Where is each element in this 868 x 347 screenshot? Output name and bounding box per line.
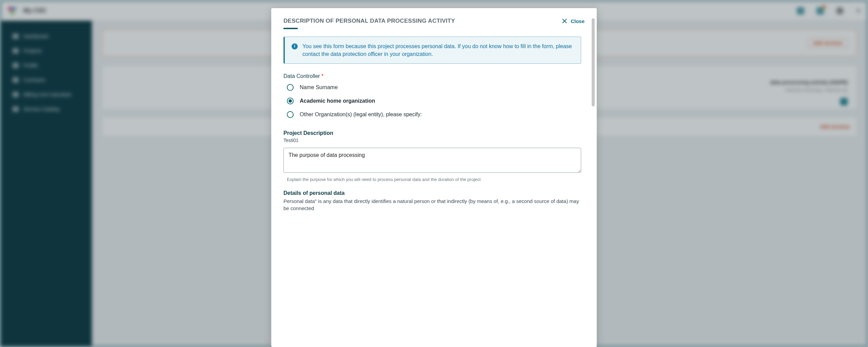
gdpr-modal: DESCRIPTION OF PERSONAL DATA PROCESSING … bbox=[271, 8, 597, 347]
modal-scrollbar[interactable] bbox=[592, 18, 595, 106]
radio-label: Academic home organization bbox=[300, 98, 375, 104]
project-description-sub: Testi01 bbox=[283, 138, 581, 143]
close-label: Close bbox=[571, 18, 585, 24]
project-description-heading: Project Description bbox=[283, 130, 581, 136]
modal-overlay[interactable]: DESCRIPTION OF PERSONAL DATA PROCESSING … bbox=[0, 0, 868, 347]
details-paragraph: Personal data" is any data that directly… bbox=[283, 198, 581, 212]
field-label-text: Data Controller bbox=[283, 73, 320, 79]
modal-body: i You see this form because this project… bbox=[283, 29, 585, 212]
close-icon bbox=[562, 18, 567, 24]
radio-other-org[interactable]: Other Organization(s) (legal entity), pl… bbox=[287, 111, 581, 118]
required-asterisk: * bbox=[321, 73, 323, 79]
radio-circle bbox=[287, 98, 294, 104]
modal-header: DESCRIPTION OF PERSONAL DATA PROCESSING … bbox=[283, 18, 585, 29]
data-controller-radio-group: Name Surname Academic home organization … bbox=[283, 84, 581, 118]
radio-academic-org[interactable]: Academic home organization bbox=[287, 98, 581, 104]
radio-circle bbox=[287, 84, 294, 91]
info-box: i You see this form because this project… bbox=[283, 37, 581, 64]
purpose-textarea[interactable] bbox=[283, 148, 581, 173]
modal-title: DESCRIPTION OF PERSONAL DATA PROCESSING … bbox=[283, 18, 455, 24]
radio-label: Other Organization(s) (legal entity), pl… bbox=[300, 111, 422, 118]
radio-name-surname[interactable]: Name Surname bbox=[287, 84, 581, 91]
radio-label: Name Surname bbox=[300, 84, 338, 90]
info-text: You see this form because this project p… bbox=[302, 42, 574, 58]
purpose-help-text: Explain the purpose for which you will n… bbox=[287, 177, 581, 182]
close-button[interactable]: Close bbox=[562, 18, 585, 24]
radio-circle bbox=[287, 111, 294, 118]
details-heading: Details of personal data bbox=[283, 190, 581, 196]
info-icon: i bbox=[292, 43, 298, 49]
data-controller-label: Data Controller * bbox=[283, 73, 581, 79]
